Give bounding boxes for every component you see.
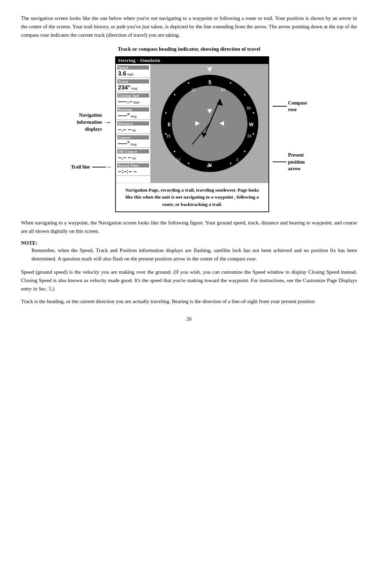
travel-time-panel: Travel Time –:–:– –	[116, 162, 150, 176]
svg-text:33: 33	[247, 134, 251, 138]
svg-text:3: 3	[236, 158, 238, 162]
diagram-title: Track or compass heading indicator, show…	[21, 45, 357, 53]
intro-paragraph: The navigation screen looks like the one…	[21, 14, 357, 39]
diagram-body: Speed 3.6 mph Track 234° mag	[116, 64, 268, 183]
off-course-panel: Off Course –.– – mi	[116, 148, 150, 162]
italic-not: not	[151, 15, 158, 21]
diagram-container: Navigationinformationdisplays → Trail li…	[21, 56, 357, 212]
compass-rose-label: Compassrose	[288, 100, 307, 113]
off-course-value: –.– – mi	[117, 154, 149, 161]
distance-value: –.– – mi	[117, 126, 149, 133]
track-value: 234° mag	[117, 84, 149, 91]
svg-point-15	[209, 80, 210, 81]
svg-point-25	[165, 133, 167, 135]
svg-text:W: W	[249, 122, 254, 127]
nav-info-label: Navigationinformationdisplays	[77, 112, 102, 132]
compass-area: S W N E 21 24 30	[151, 64, 268, 183]
nav-info-row: Navigationinformationdisplays →	[77, 112, 112, 132]
track-indicator-arrow	[206, 65, 213, 74]
speed-value: 3.6 mph	[117, 70, 149, 77]
bearing-panel: Bearing —–° mag	[116, 106, 150, 120]
left-labels: Navigationinformationdisplays → Trail li…	[71, 98, 112, 170]
data-panels: Speed 3.6 mph Track 234° mag	[116, 64, 151, 183]
track-panel: Track 234° mag	[116, 78, 150, 92]
svg-text:24: 24	[221, 88, 225, 92]
closing-spd-label: Closing Spd	[117, 93, 149, 98]
nav-info-arrow: →	[104, 118, 112, 127]
svg-text:12: 12	[176, 158, 180, 162]
course-label: Course	[117, 135, 149, 139]
svg-point-16	[230, 82, 231, 84]
svg-point-22	[209, 165, 210, 167]
svg-text:21: 21	[191, 88, 196, 92]
present-position-label-row: Presentpositionarrow	[273, 134, 304, 172]
track-label: Track	[117, 79, 149, 84]
off-course-label: Off Course	[117, 149, 149, 153]
svg-point-26	[165, 112, 167, 114]
para4: Track is the heading, or the current dir…	[21, 297, 357, 306]
svg-text:30: 30	[246, 106, 251, 110]
svg-point-24	[174, 151, 175, 152]
present-position-label: Presentpositionarrow	[288, 152, 304, 172]
distance-panel: Distance –.– – mi	[116, 120, 150, 134]
course-panel: Course —–° mag	[116, 134, 150, 148]
compass-rose-svg: S W N E 21 24 30	[161, 74, 259, 172]
distance-label: Distance	[117, 121, 149, 126]
diagram-header: Steering - Simulatin	[116, 57, 268, 64]
svg-point-17	[244, 94, 245, 95]
note-label: NOTE:	[21, 240, 38, 246]
svg-marker-0	[207, 67, 212, 72]
svg-text:6: 6	[207, 164, 209, 168]
compass-rose-label-row: Compassrose	[273, 100, 307, 113]
diagram-section: Track or compass heading indicator, show…	[21, 45, 357, 212]
svg-point-23	[188, 163, 189, 164]
bearing-label: Bearing	[117, 107, 149, 112]
course-value: —–° mag	[117, 140, 149, 147]
diagram-caption: Navigation Page, recording a trail, trav…	[116, 183, 268, 211]
para2: When navigating to a waypoint, the Navig…	[21, 218, 357, 235]
compass-rose: S W N E 21 24 30	[161, 74, 259, 172]
right-labels: Compassrose Presentpositionarrow	[273, 96, 307, 172]
note-text: Remember, when the Speed, Track and Posi…	[31, 246, 357, 263]
svg-point-21	[230, 163, 231, 164]
svg-point-20	[244, 151, 245, 152]
svg-point-19	[253, 133, 254, 135]
svg-text:E: E	[168, 122, 171, 127]
svg-point-27	[174, 94, 175, 95]
bearing-value: —–° mag	[117, 112, 149, 119]
closing-spd-panel: Closing Spd —–.– mph	[116, 92, 150, 106]
closing-spd-value: —–.– mph	[117, 98, 149, 105]
speed-label: Speed	[117, 65, 149, 70]
trail-line-label: Trail line	[71, 164, 90, 170]
svg-text:15: 15	[166, 134, 170, 138]
svg-point-18	[253, 112, 254, 114]
page-number: 26	[21, 316, 357, 322]
note-section: NOTE: Remember, when the Speed, Track an…	[21, 240, 357, 263]
speed-panel: Speed 3.6 mph	[116, 64, 150, 78]
trail-line-row: Trail line →	[71, 164, 112, 170]
travel-time-label: Travel Time	[117, 163, 149, 167]
diagram-box: Steering - Simulatin Speed 3.6 mph Track	[115, 56, 269, 212]
travel-time-value: –:–:– –	[117, 168, 149, 175]
svg-point-28	[188, 82, 189, 84]
para3: Speed (ground speed) is the velocity you…	[21, 268, 357, 293]
